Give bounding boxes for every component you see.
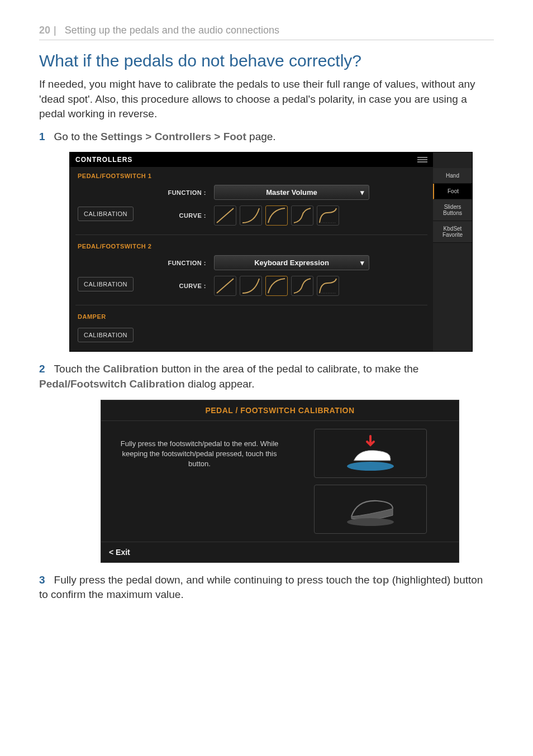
ui-term: top bbox=[373, 574, 389, 586]
section-pedal1: PEDAL/FOOTSWITCH 1 bbox=[70, 167, 433, 183]
step-number: 1 bbox=[39, 131, 45, 142]
step-2: 2Touch the Calibration button in the are… bbox=[39, 362, 494, 391]
controllers-screenshot: CONTROLLERS PEDAL/FOOTSWITCH 1 FUNCTION … bbox=[69, 152, 473, 352]
function-value-2: Keyboard Expression bbox=[254, 259, 329, 267]
svg-point-1 bbox=[347, 518, 394, 526]
page-number: 20 bbox=[39, 25, 50, 36]
shoe-down-icon bbox=[337, 434, 404, 473]
step-text-post: page. bbox=[246, 131, 276, 142]
curve-selector-2[interactable] bbox=[214, 276, 339, 296]
tab-kbdset-favorite[interactable]: KbdSet Favorite bbox=[433, 221, 472, 243]
calibration-dialog: PEDAL / FOOTSWITCH CALIBRATION Fully pre… bbox=[101, 400, 459, 563]
step-number: 2 bbox=[39, 363, 45, 375]
step-number: 3 bbox=[39, 574, 45, 586]
menu-icon[interactable] bbox=[417, 156, 427, 164]
dialog-title: PEDAL / FOOTSWITCH CALIBRATION bbox=[101, 400, 459, 421]
section-damper: DAMPER bbox=[70, 308, 433, 323]
tab-hand[interactable]: Hand bbox=[433, 168, 472, 184]
tab-sliders-buttons[interactable]: Sliders Buttons bbox=[433, 199, 472, 221]
curve-selector-1[interactable] bbox=[214, 205, 339, 226]
section-title: Setting up the pedals and the audio conn… bbox=[65, 25, 279, 36]
tab-foot[interactable]: Foot bbox=[433, 184, 472, 199]
function-dropdown-1[interactable]: Master Volume ▾ bbox=[214, 185, 369, 200]
function-dropdown-2[interactable]: Keyboard Expression ▾ bbox=[214, 255, 369, 270]
heading: What if the pedals do not behave correct… bbox=[39, 51, 494, 70]
shoe-up-icon bbox=[337, 490, 404, 529]
function-label: FUNCTION : bbox=[156, 189, 206, 196]
step-1: 1Go to the Settings > Controllers > Foot… bbox=[39, 130, 494, 145]
header-divider: | bbox=[54, 25, 56, 36]
ui-term: Calibration bbox=[103, 363, 158, 375]
chevron-down-icon: ▾ bbox=[360, 259, 364, 267]
calibration-button-2[interactable]: CALIBRATION bbox=[78, 277, 134, 291]
step-text: Go to the bbox=[54, 131, 101, 142]
function-value-1: Master Volume bbox=[266, 188, 317, 197]
pedal-press-button[interactable] bbox=[314, 429, 427, 478]
step-3: 3Fully press the pedal down, and while c… bbox=[39, 573, 494, 602]
section-pedal2: PEDAL/FOOTSWITCH 2 bbox=[70, 237, 433, 253]
ui-term: Pedal/Footswitch Calibration bbox=[39, 378, 185, 390]
calibration-button-damper[interactable]: CALIBRATION bbox=[78, 328, 134, 342]
pedal-release-button[interactable] bbox=[314, 485, 427, 534]
curve-label-2: CURVE : bbox=[156, 283, 206, 289]
chevron-down-icon: ▾ bbox=[360, 188, 364, 197]
curve-label: CURVE : bbox=[156, 212, 206, 219]
function-label-2: FUNCTION : bbox=[156, 260, 206, 266]
page-header: 20| Setting up the pedals and the audio … bbox=[39, 25, 494, 40]
svg-point-0 bbox=[347, 462, 394, 471]
intro-paragraph: If needed, you might have to calibrate t… bbox=[39, 77, 494, 122]
exit-button[interactable]: < Exit bbox=[101, 542, 459, 562]
ui-path: Settings > Controllers > Foot bbox=[101, 131, 246, 142]
window-title: CONTROLLERS bbox=[75, 156, 132, 164]
dialog-instructions: Fully press the footswitch/pedal to the … bbox=[109, 429, 290, 534]
calibration-button-1[interactable]: CALIBRATION bbox=[78, 207, 134, 221]
